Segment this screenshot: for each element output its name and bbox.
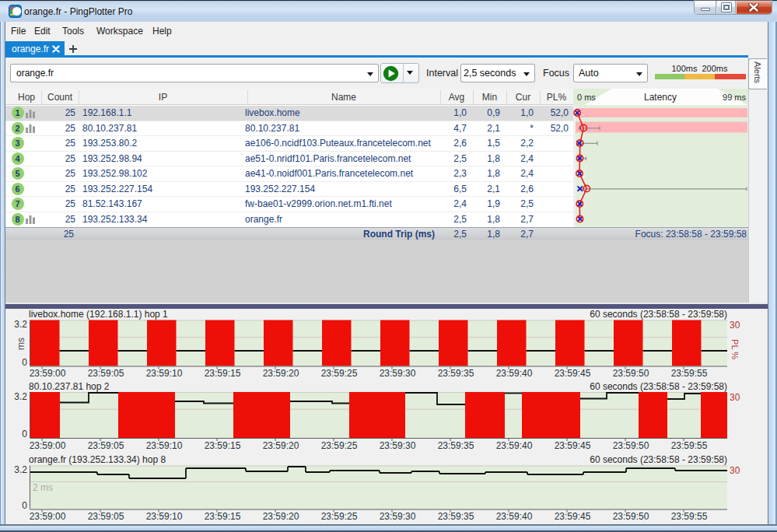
svg-text:80.10.237.81 hop 2: 80.10.237.81 hop 2: [29, 381, 110, 392]
svg-text:23:59:55: 23:59:55: [671, 440, 708, 451]
svg-text:30: 30: [730, 392, 740, 403]
svg-text:3.2: 3.2: [14, 319, 27, 330]
svg-text:23:59:10: 23:59:10: [146, 440, 183, 451]
svg-text:23:59:15: 23:59:15: [205, 511, 241, 522]
svg-text:23:59:15: 23:59:15: [205, 368, 241, 379]
svg-text:60 seconds (23:58:58 - 23:59:5: 60 seconds (23:58:58 - 23:59:58): [590, 454, 727, 465]
svg-text:0: 0: [22, 429, 27, 439]
svg-text:23:59:35: 23:59:35: [438, 511, 474, 522]
svg-text:23:59:20: 23:59:20: [263, 368, 299, 379]
svg-text:23:59:30: 23:59:30: [380, 440, 416, 451]
svg-text:23:59:40: 23:59:40: [496, 440, 533, 451]
svg-text:23:59:55: 23:59:55: [671, 511, 708, 522]
svg-text:23:59:45: 23:59:45: [555, 440, 591, 451]
svg-text:23:59:40: 23:59:40: [496, 368, 533, 379]
svg-text:23:59:40: 23:59:40: [496, 511, 533, 522]
svg-text:23:59:25: 23:59:25: [321, 511, 358, 522]
svg-text:23:59:10: 23:59:10: [146, 511, 183, 522]
svg-text:60 seconds (23:58:58 - 23:59:5: 60 seconds (23:58:58 - 23:59:58): [590, 309, 727, 320]
svg-text:2 ms: 2 ms: [33, 482, 53, 493]
svg-text:23:59:50: 23:59:50: [613, 440, 649, 451]
svg-text:orange.fr (193.252.133.34) hop: orange.fr (193.252.133.34) hop 8: [29, 454, 166, 465]
svg-text:23:59:00: 23:59:00: [30, 440, 66, 451]
svg-text:livebox.home (192.168.1.1) hop: livebox.home (192.168.1.1) hop 1: [29, 309, 168, 320]
svg-text:30: 30: [730, 320, 740, 331]
svg-text:23:59:20: 23:59:20: [263, 440, 299, 451]
svg-text:ms: ms: [16, 338, 26, 350]
svg-text:0: 0: [22, 500, 27, 511]
svg-text:0 ms: 0 ms: [577, 93, 596, 102]
svg-text:23:59:00: 23:59:00: [30, 511, 66, 522]
svg-text:23:59:15: 23:59:15: [205, 440, 241, 451]
svg-text:23:59:05: 23:59:05: [88, 368, 124, 379]
svg-text:23:59:25: 23:59:25: [321, 440, 358, 451]
svg-text:23:59:30: 23:59:30: [380, 368, 416, 379]
svg-text:PL %: PL %: [730, 339, 740, 359]
svg-text:3.2: 3.2: [14, 464, 27, 475]
svg-text:23:59:45: 23:59:45: [555, 511, 591, 522]
svg-text:30: 30: [730, 465, 740, 476]
svg-text:23:59:25: 23:59:25: [321, 368, 358, 379]
svg-text:23:59:50: 23:59:50: [613, 368, 649, 379]
svg-text:23:59:50: 23:59:50: [613, 511, 649, 522]
svg-text:23:59:35: 23:59:35: [438, 368, 474, 379]
svg-text:23:59:45: 23:59:45: [555, 368, 591, 379]
svg-text:23:59:05: 23:59:05: [88, 511, 124, 522]
svg-text:0: 0: [22, 357, 27, 368]
svg-text:23:59:10: 23:59:10: [146, 368, 183, 379]
svg-text:60 seconds (23:58:58 - 23:59:5: 60 seconds (23:58:58 - 23:59:58): [590, 381, 727, 392]
svg-text:23:59:00: 23:59:00: [30, 368, 66, 379]
svg-text:23:59:20: 23:59:20: [263, 511, 299, 522]
svg-text:23:59:55: 23:59:55: [671, 368, 708, 379]
svg-text:99 ms: 99 ms: [723, 93, 746, 102]
svg-text:23:59:30: 23:59:30: [380, 511, 416, 522]
svg-text:3.2: 3.2: [14, 391, 27, 402]
svg-text:23:59:35: 23:59:35: [438, 440, 474, 451]
svg-text:23:59:05: 23:59:05: [88, 440, 124, 451]
svg-text:Latency: Latency: [644, 92, 677, 103]
